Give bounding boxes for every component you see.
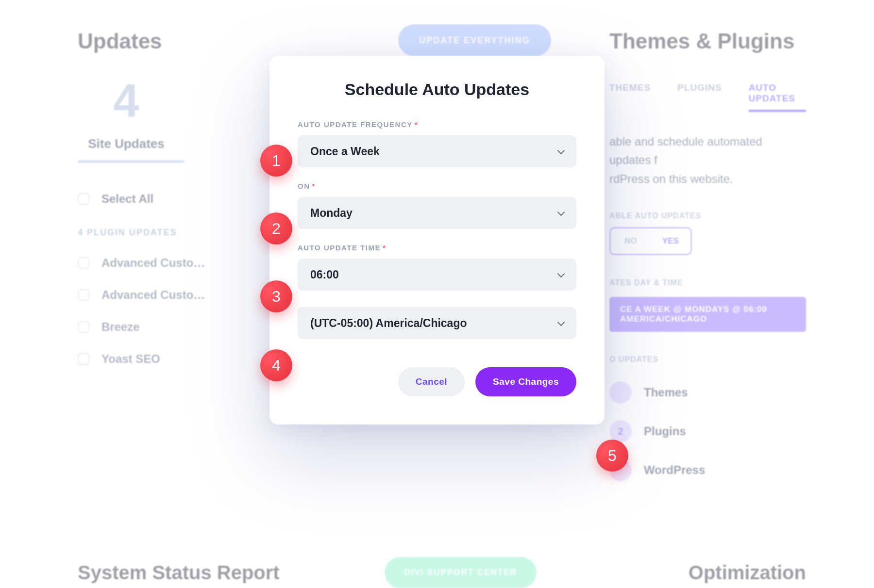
timezone-select[interactable]: (UTC-05:00) America/Chicago: [298, 307, 576, 339]
tab-plugins[interactable]: PLUGINS: [677, 82, 722, 112]
chevron-down-icon: [557, 270, 566, 279]
tab-underline: [78, 160, 185, 163]
au-badge: [609, 381, 632, 404]
plugin-name: Advanced Custo…: [101, 256, 205, 270]
frequency-value: Once a Week: [310, 145, 380, 158]
au-item-label[interactable]: Themes: [644, 386, 688, 399]
frequency-select[interactable]: Once a Week: [298, 135, 576, 167]
tab-themes[interactable]: THEMES: [609, 82, 651, 112]
enable-auto-updates-label: ABLE AUTO UPDATES: [609, 212, 806, 220]
plugin-name: Advanced Custo…: [101, 288, 205, 302]
plugin-checkbox[interactable]: [78, 321, 89, 333]
cancel-button[interactable]: Cancel: [398, 367, 465, 396]
plugin-name: Yoast SEO: [101, 352, 160, 366]
time-select[interactable]: 06:00: [298, 259, 576, 291]
day-select[interactable]: Monday: [298, 197, 576, 229]
frequency-label: AUTO UPDATE FREQUENCY*: [298, 120, 576, 129]
plugin-checkbox[interactable]: [78, 353, 89, 365]
chevron-down-icon: [557, 319, 566, 327]
auto-updates-description: able and schedule automated updates f rd…: [609, 132, 806, 188]
update-everything-button[interactable]: UPDATE EVERYTHING: [398, 24, 551, 56]
schedule-label: ATES DAY & TIME: [609, 278, 806, 287]
divi-support-button[interactable]: DIVI SUPPORT CENTER: [385, 557, 537, 588]
step-marker-1: 1: [260, 145, 292, 177]
on-label: ON*: [298, 182, 576, 190]
step-marker-3: 3: [260, 280, 292, 312]
time-value: 06:00: [310, 268, 339, 281]
time-label: AUTO UPDATE TIME*: [298, 244, 576, 252]
site-updates-count: 4: [78, 80, 175, 122]
select-all-checkbox[interactable]: [78, 193, 89, 205]
system-status-heading: System Status Report: [78, 562, 280, 584]
step-marker-2: 2: [260, 212, 292, 245]
chevron-down-icon: [557, 209, 566, 217]
plugin-checkbox[interactable]: [78, 289, 89, 301]
tab-auto-updates[interactable]: AUTO UPDATES: [749, 82, 806, 112]
plugin-name: Breeze: [101, 320, 140, 334]
au-item-label[interactable]: Plugins: [644, 425, 686, 438]
timezone-value: (UTC-05:00) America/Chicago: [310, 317, 467, 330]
select-all-label[interactable]: Select All: [101, 192, 153, 206]
schedule-auto-updates-modal: Schedule Auto Updates AUTO UPDATE FREQUE…: [269, 56, 605, 425]
schedule-summary[interactable]: CE A WEEK @ MONDAYS @ 06:00 AMERICA/CHIC…: [609, 297, 806, 332]
toggle-yes[interactable]: YES: [651, 229, 690, 254]
step-marker-4: 4: [260, 349, 292, 381]
save-button[interactable]: Save Changes: [475, 367, 576, 396]
toggle-no[interactable]: NO: [611, 229, 651, 254]
plugin-checkbox[interactable]: [78, 257, 89, 269]
site-updates-label[interactable]: Site Updates: [78, 136, 175, 151]
au-item-label[interactable]: WordPress: [644, 463, 705, 477]
step-marker-5: 5: [596, 440, 628, 472]
auto-updates-list-label: O UPDATES: [609, 355, 806, 364]
updates-heading: Updates: [78, 29, 340, 53]
enable-auto-updates-toggle[interactable]: NO YES: [609, 227, 692, 255]
optimization-heading: Optimization: [689, 562, 806, 584]
day-value: Monday: [310, 207, 353, 220]
modal-title: Schedule Auto Updates: [298, 80, 576, 99]
themes-plugins-heading: Themes & Plugins: [609, 29, 806, 53]
chevron-down-icon: [557, 147, 566, 156]
